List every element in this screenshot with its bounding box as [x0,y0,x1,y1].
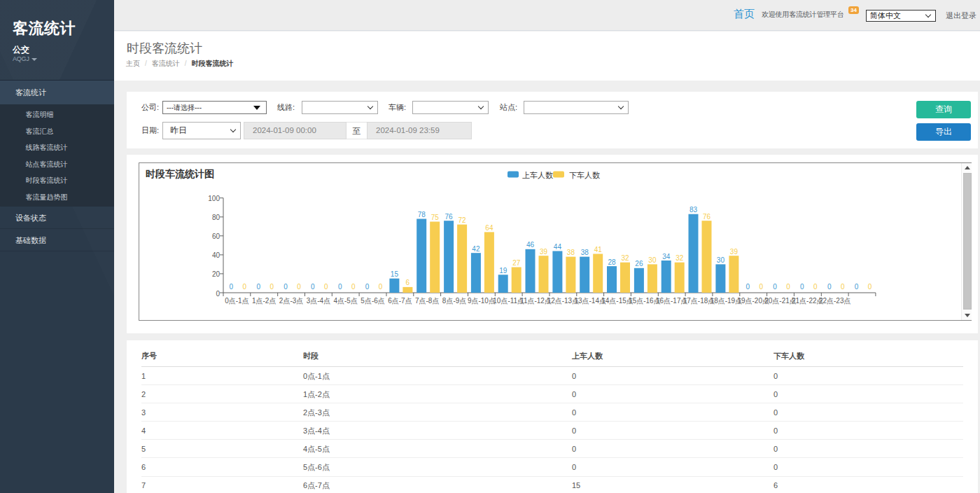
svg-text:0: 0 [379,283,383,291]
svg-text:6: 6 [406,279,410,286]
svg-text:41: 41 [594,246,603,254]
svg-text:76: 76 [445,213,454,221]
svg-text:0: 0 [841,283,845,291]
svg-text:34: 34 [662,253,671,261]
svg-text:60: 60 [212,232,220,240]
svg-text:5点-6点: 5点-6点 [360,297,384,305]
svg-text:6点-7点: 6点-7点 [388,297,412,305]
svg-text:0: 0 [827,283,832,291]
svg-text:0: 0 [297,283,301,291]
svg-text:0: 0 [759,283,763,291]
svg-text:0: 0 [338,283,342,291]
svg-text:38: 38 [581,249,589,256]
svg-text:32: 32 [621,254,629,262]
svg-text:8点-9点: 8点-9点 [442,297,466,305]
svg-text:0: 0 [786,283,790,291]
svg-text:0: 0 [800,283,804,291]
svg-text:0: 0 [746,283,750,291]
svg-text:30: 30 [717,256,725,264]
svg-text:0: 0 [256,283,260,291]
svg-text:0: 0 [284,283,288,291]
svg-text:0: 0 [311,283,315,291]
svg-text:27: 27 [512,259,521,267]
svg-text:0: 0 [243,283,247,291]
svg-text:78: 78 [418,211,426,218]
svg-text:46: 46 [526,241,535,249]
svg-text:0: 0 [868,283,872,291]
svg-text:0: 0 [855,283,859,291]
svg-text:28: 28 [608,258,616,266]
svg-text:64: 64 [485,224,493,232]
svg-text:0: 0 [230,283,234,291]
svg-text:22点-23点: 22点-23点 [819,297,851,305]
svg-text:15: 15 [391,270,399,278]
svg-text:80: 80 [212,214,220,221]
svg-text:时段车流统计图: 时段车流统计图 [146,168,214,179]
svg-text:19: 19 [499,267,507,275]
svg-text:72: 72 [458,216,467,224]
svg-text:上车人数: 上车人数 [522,171,553,179]
svg-text:0: 0 [324,283,328,291]
svg-text:32: 32 [676,254,684,262]
svg-text:0: 0 [813,283,818,291]
svg-text:76: 76 [703,213,711,221]
svg-text:下车人数: 下车人数 [569,171,600,179]
svg-text:100: 100 [208,195,220,202]
svg-text:39: 39 [540,248,548,256]
svg-text:9点-10点: 9点-10点 [468,297,496,305]
svg-text:7点-8点: 7点-8点 [415,297,439,305]
svg-text:83: 83 [690,206,698,214]
svg-text:26: 26 [635,260,643,268]
svg-text:42: 42 [472,245,480,253]
svg-text:38: 38 [567,249,575,256]
svg-text:1点-2点: 1点-2点 [252,297,276,305]
svg-text:0: 0 [773,283,777,291]
svg-text:0: 0 [216,290,220,298]
svg-text:44: 44 [554,243,562,251]
svg-text:0: 0 [270,283,274,291]
svg-text:30: 30 [648,256,657,264]
svg-text:3点-4点: 3点-4点 [307,297,330,305]
svg-text:40: 40 [212,251,220,259]
svg-text:75: 75 [431,214,440,221]
svg-text:0: 0 [365,283,370,291]
svg-text:0点-1点: 0点-1点 [225,297,248,305]
svg-text:4点-5点: 4点-5点 [333,297,357,305]
svg-text:0: 0 [351,283,356,291]
svg-text:20: 20 [212,270,220,278]
svg-text:2点-3点: 2点-3点 [279,297,303,305]
svg-text:39: 39 [730,248,738,256]
